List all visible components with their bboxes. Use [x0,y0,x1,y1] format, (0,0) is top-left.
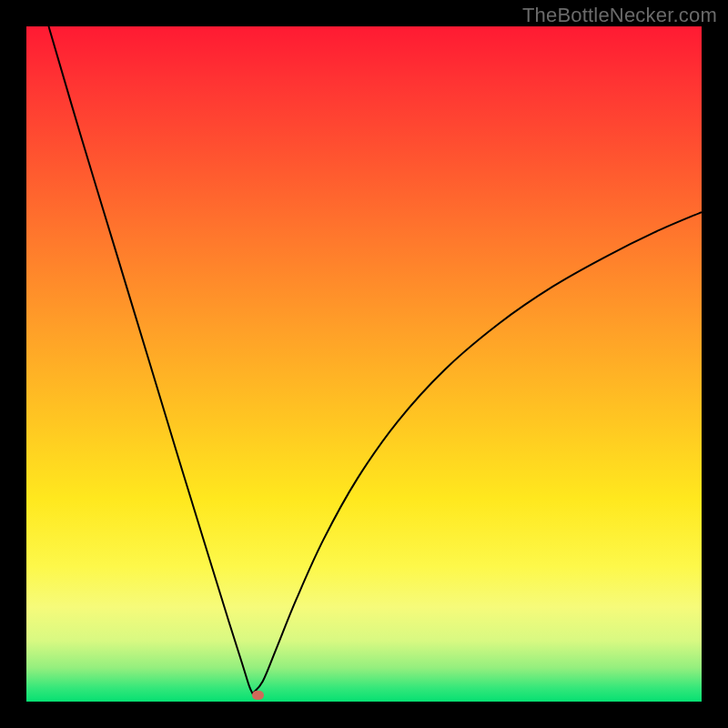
chart-frame: TheBottleNecker.com [0,0,728,728]
watermark-text: TheBottleNecker.com [522,4,717,27]
plot-area [26,26,702,702]
optimum-marker [252,691,264,700]
bottleneck-curve [26,26,702,702]
